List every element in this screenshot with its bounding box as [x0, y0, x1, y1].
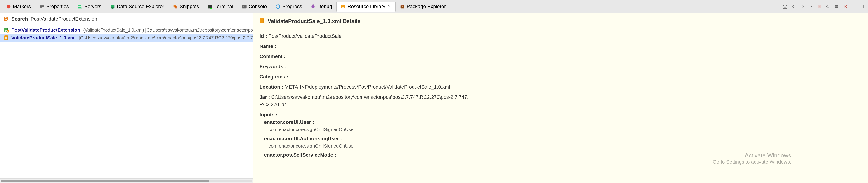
detail-label-name: Name : [259, 43, 276, 49]
properties-icon [39, 4, 44, 9]
detail-value-location: META-INF/deployments/Process/Pos/Product… [285, 84, 450, 90]
tab-snippets[interactable]: Snippets [168, 2, 204, 11]
svg-text:>: > [243, 5, 244, 8]
tab-resource-library-close[interactable]: ✕ [387, 4, 391, 8]
progress-icon [275, 4, 280, 9]
tab-console[interactable]: > Console [238, 2, 271, 11]
toolbar-maximize-btn[interactable] [859, 3, 866, 10]
detail-row-inputs: Inputs : enactor.coreUI.User : com.enact… [259, 111, 862, 159]
input-name-user: enactor.coreUI.User : [264, 118, 862, 126]
process-result-icon [4, 27, 9, 33]
tab-debug-label: Debug [317, 4, 332, 9]
console-icon: > [242, 4, 247, 9]
detail-row-jar: Jar : C:\Users\savvakontou\.m2\repositor… [259, 93, 862, 108]
tab-servers-label: Servers [84, 4, 101, 9]
search-label: Search [11, 16, 28, 22]
svg-rect-11 [175, 5, 177, 8]
svg-rect-20 [342, 5, 343, 6]
input-value-authorising: com.enactor.core.signOn.ISignedOnUser [264, 142, 862, 150]
snippets-icon [173, 4, 178, 9]
detail-row-location: Location : META-INF/deployments/Process/… [259, 83, 862, 91]
toolbar-minimize-btn[interactable] [850, 3, 858, 10]
toolbar-menu-btn[interactable] [833, 3, 840, 10]
svg-rect-2 [40, 5, 44, 6]
svg-point-43 [7, 31, 8, 32]
svg-rect-32 [852, 8, 856, 8]
result-path-1: (ValidateProductSale_1.0.xml) [C:\Users\… [82, 28, 253, 33]
detail-label-categories: Categories : [259, 74, 288, 80]
toolbar-forward-btn[interactable] [798, 3, 806, 10]
detail-value-id: Pos/Product/ValidateProductSale [268, 33, 342, 39]
servers-icon [78, 4, 83, 9]
svg-rect-24 [401, 4, 403, 6]
svg-rect-41 [5, 31, 6, 32]
svg-rect-40 [5, 30, 6, 31]
svg-rect-25 [402, 6, 403, 6]
tab-progress[interactable]: Progress [271, 2, 306, 11]
tab-console-label: Console [249, 4, 267, 9]
tab-package-explorer[interactable]: Package Explorer [396, 2, 450, 11]
tab-terminal-label: Terminal [214, 4, 233, 9]
input-name-selfservice: enactor.pos.SelfServiceMode : [264, 151, 862, 159]
result-name-2: ValidateProductSale_1.0.xml [11, 35, 76, 40]
svg-rect-28 [819, 6, 820, 7]
svg-rect-26 [784, 7, 786, 8]
tab-markers[interactable]: ! Markers [2, 2, 35, 11]
toolbar-home-btn[interactable] [781, 3, 789, 10]
input-group-user: enactor.coreUI.User : com.enactor.core.s… [259, 118, 862, 133]
detail-value-jar: C:\Users\savvakontou\.m2\repository\com\… [259, 94, 469, 107]
tab-resource-library[interactable]: Resource Library ✕ [336, 2, 396, 11]
input-value-user: com.enactor.core.signOn.ISignedOnUser [264, 126, 862, 133]
detail-label-keywords: Keywords : [259, 64, 286, 69]
left-panel: Search Pos [0, 13, 253, 183]
tab-properties[interactable]: Properties [35, 2, 73, 11]
svg-text:!: ! [8, 5, 8, 8]
result-name-1: PostValidateProductExtension [11, 27, 80, 33]
toolbar-dropdown-btn[interactable] [807, 3, 815, 10]
detail-row-comment: Comment : [259, 53, 862, 60]
svg-rect-33 [861, 5, 864, 8]
search-input[interactable] [31, 16, 249, 22]
scrollbar-thumb[interactable] [1, 180, 209, 182]
detail-label-comment: Comment : [259, 54, 285, 59]
svg-rect-3 [40, 6, 44, 7]
svg-rect-31 [835, 7, 838, 8]
detail-label-location: Location : [259, 84, 283, 90]
toolbar-refresh-btn[interactable] [824, 3, 832, 10]
svg-rect-30 [835, 6, 838, 7]
list-item[interactable]: ValidateProductSale_1.0.xml [C:\Users\sa… [0, 34, 253, 41]
search-bar: Search [0, 13, 253, 25]
toolbar-stop-btn[interactable] [815, 3, 823, 10]
svg-rect-4 [40, 7, 42, 8]
terminal-icon: >_ [208, 4, 213, 9]
tab-datasource[interactable]: Data Source Explorer [106, 2, 168, 11]
tab-markers-label: Markers [13, 4, 31, 9]
detail-row-id: Id : Pos/Product/ValidateProductSale [259, 32, 862, 40]
svg-rect-46 [5, 37, 7, 38]
tab-snippets-label: Snippets [180, 4, 199, 9]
detail-row-keywords: Keywords : [259, 63, 862, 70]
detail-row-name: Name : [259, 42, 862, 50]
scrollbar-track [1, 180, 252, 182]
toolbar-back-btn[interactable] [790, 3, 798, 10]
toolbar-close-btn[interactable] [841, 3, 849, 10]
horizontal-scrollbar[interactable] [0, 179, 253, 183]
debug-icon [311, 4, 315, 9]
svg-point-8 [81, 7, 82, 8]
toolbar-right [781, 3, 866, 10]
detail-label-jar: Jar : [259, 94, 270, 100]
tab-servers[interactable]: Servers [73, 2, 106, 11]
results-list: PostValidateProductExtension (ValidatePr… [0, 25, 253, 179]
svg-rect-39 [5, 30, 7, 30]
main-content: Search Pos [0, 13, 868, 183]
xml-result-icon [4, 35, 9, 41]
tab-debug[interactable]: Debug [306, 2, 336, 11]
list-item[interactable]: PostValidateProductExtension (ValidatePr… [0, 26, 253, 34]
tab-resource-library-label: Resource Library [347, 4, 385, 9]
tab-progress-label: Progress [282, 4, 302, 9]
result-path-2: [C:\Users\savvakontou\.m2\repository\com… [78, 35, 253, 40]
svg-point-0 [7, 4, 11, 8]
svg-rect-21 [342, 6, 345, 7]
detail-label-inputs: Inputs : [259, 112, 277, 118]
tab-terminal[interactable]: >_ Terminal [203, 2, 237, 11]
